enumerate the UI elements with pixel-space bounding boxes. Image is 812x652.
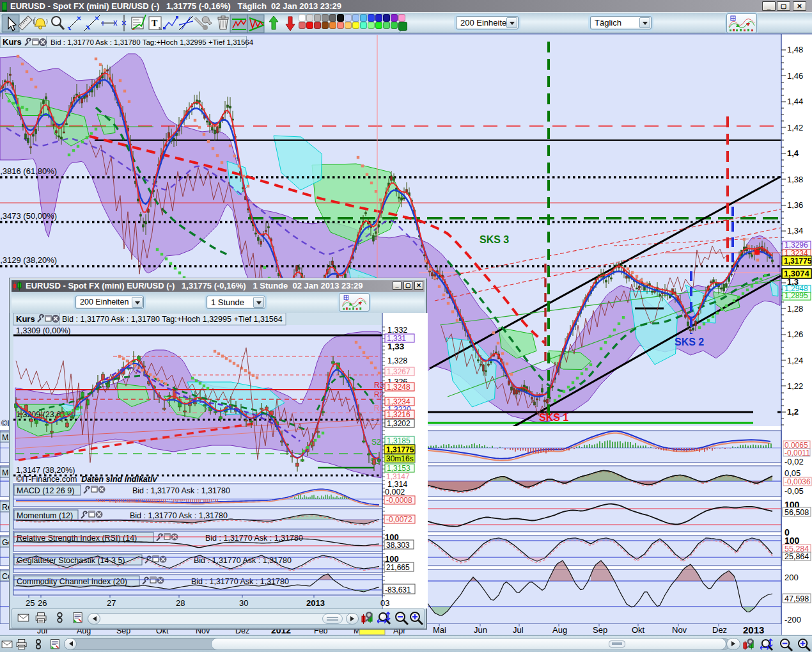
svg-text:1,3216: 1,3216 xyxy=(387,410,410,419)
svg-text:27: 27 xyxy=(107,598,116,608)
svg-text:Bid : 1,31770 Ask : 1,31780: Bid : 1,31770 Ask : 1,31780 xyxy=(130,511,228,520)
svg-text:Kurs: Kurs xyxy=(16,314,35,324)
svg-text:Nov: Nov xyxy=(672,625,687,635)
svg-text:1,3248: 1,3248 xyxy=(387,383,410,392)
svg-text:SKS 3: SKS 3 xyxy=(480,234,509,245)
svg-text:0,05: 0,05 xyxy=(785,468,800,478)
svg-text:25: 25 xyxy=(26,598,35,608)
svg-text:1,3153: 1,3153 xyxy=(387,464,410,473)
svg-text:200: 200 xyxy=(785,573,799,582)
svg-text:Momentum (12): Momentum (12) xyxy=(17,511,73,520)
svg-text:2013: 2013 xyxy=(743,624,764,635)
svg-text:03: 03 xyxy=(380,598,389,608)
svg-text:-0,02: -0,02 xyxy=(785,457,804,466)
svg-text:Bid : 1,31770 Ask : 1,31780 Ta: Bid : 1,31770 Ask : 1,31780 Tag:+Hoch 1,… xyxy=(62,315,283,324)
svg-text:1,42: 1,42 xyxy=(787,123,803,132)
svg-text:-0,0008: -0,0008 xyxy=(386,496,412,505)
svg-text:Sep: Sep xyxy=(593,625,607,635)
svg-text:1,26: 1,26 xyxy=(787,330,803,339)
svg-text:1,44: 1,44 xyxy=(787,97,803,106)
svg-text:25,864: 25,864 xyxy=(785,552,809,561)
svg-text:-83,631: -83,631 xyxy=(385,585,411,594)
svg-text:1,48: 1,48 xyxy=(787,45,803,54)
svg-text:1,33: 1,33 xyxy=(387,342,405,351)
svg-text:Okt: Okt xyxy=(632,625,645,635)
svg-text:S2: S2 xyxy=(371,438,381,447)
svg-text:1,3147 (38,20%): 1,3147 (38,20%) xyxy=(16,466,75,475)
svg-text:SKS 1: SKS 1 xyxy=(539,412,568,423)
svg-text:38,303: 38,303 xyxy=(386,541,410,550)
svg-text:1,34: 1,34 xyxy=(787,226,803,235)
svg-text:1,3309 (0,00%): 1,3309 (0,00%) xyxy=(16,326,70,335)
svg-text:30m16s: 30m16s xyxy=(386,454,414,463)
svg-text:Mai: Mai xyxy=(433,625,446,635)
svg-text:-0,05: -0,05 xyxy=(785,486,804,496)
svg-text:1,31775: 1,31775 xyxy=(784,257,812,266)
svg-text:1,3202: 1,3202 xyxy=(387,419,410,428)
svg-text:Jun: Jun xyxy=(474,625,487,635)
svg-text:1,38: 1,38 xyxy=(787,175,803,184)
svg-text:1,46: 1,46 xyxy=(787,71,803,81)
svg-text:2013: 2013 xyxy=(306,598,325,608)
svg-text:1,28: 1,28 xyxy=(787,304,803,314)
svg-text:T: T xyxy=(152,19,158,28)
svg-text:1,3267: 1,3267 xyxy=(387,367,410,376)
svg-text:MACD (12 26 9): MACD (12 26 9) xyxy=(17,486,74,495)
svg-text:1,3185: 1,3185 xyxy=(387,436,410,445)
svg-text:1,328: 1,328 xyxy=(387,356,407,365)
svg-text:-200: -200 xyxy=(785,615,801,624)
svg-text:1,4: 1,4 xyxy=(787,148,799,158)
svg-text:1,24: 1,24 xyxy=(787,356,803,365)
svg-text:1,36: 1,36 xyxy=(787,200,803,210)
svg-text:-0,0036: -0,0036 xyxy=(785,477,811,486)
svg-text:Bid : 1,31770 Ask : 1,31780: Bid : 1,31770 Ask : 1,31780 xyxy=(205,534,303,543)
svg-text:47,598: 47,598 xyxy=(785,594,809,603)
svg-text:1,3074: 1,3074 xyxy=(784,269,810,278)
svg-text:56,508: 56,508 xyxy=(785,508,809,517)
svg-text:26: 26 xyxy=(38,598,47,608)
svg-text:SKS 2: SKS 2 xyxy=(675,337,704,347)
svg-text:1,2895: 1,2895 xyxy=(785,291,808,300)
svg-text:21,665: 21,665 xyxy=(386,563,410,572)
svg-text:Commodity Channel Index (20): Commodity Channel Index (20) xyxy=(17,577,127,586)
svg-text:1,3816 (61,80%): 1,3816 (61,80%) xyxy=(0,166,57,176)
svg-text:Jul: Jul xyxy=(513,625,524,635)
svg-text:28: 28 xyxy=(176,598,185,608)
svg-text:1,2: 1,2 xyxy=(787,407,799,417)
svg-text:1,3473 (50,00%): 1,3473 (50,00%) xyxy=(0,211,57,221)
svg-text:Bid : 1,31770 Ask : 1,31780: Bid : 1,31770 Ask : 1,31780 xyxy=(132,486,230,495)
svg-text:Aug: Aug xyxy=(552,625,567,635)
svg-text:30: 30 xyxy=(239,598,248,608)
svg-text:1,3129 (38,20%): 1,3129 (38,20%) xyxy=(0,255,57,265)
svg-text:1,22: 1,22 xyxy=(787,381,803,391)
svg-text:1,31775: 1,31775 xyxy=(386,445,414,454)
svg-text:Dez: Dez xyxy=(712,625,727,635)
svg-text:-0,0072: -0,0072 xyxy=(386,515,412,524)
svg-text:1,3296: 1,3296 xyxy=(785,241,808,250)
